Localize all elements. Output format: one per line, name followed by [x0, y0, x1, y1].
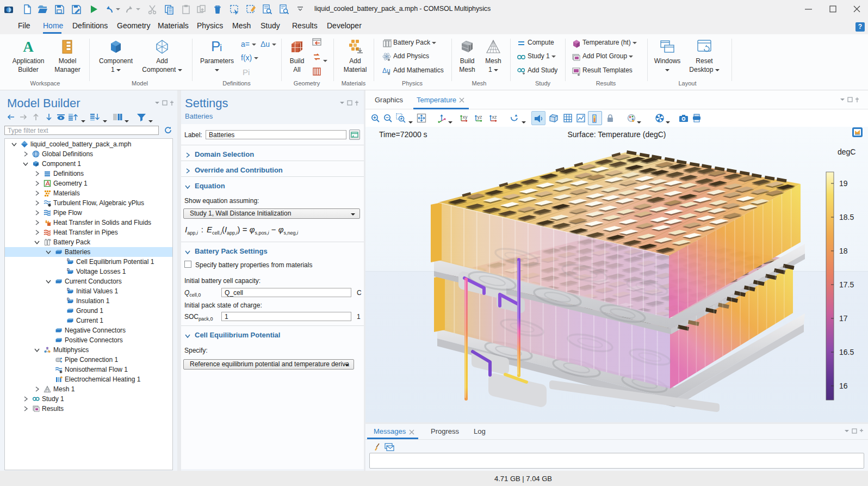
svg-text:D: D	[67, 297, 70, 301]
svg-text:xz: xz	[492, 114, 498, 120]
svg-text:D: D	[67, 287, 70, 291]
svg-text:D: D	[67, 268, 70, 272]
svg-text:18: 18	[839, 247, 848, 255]
svg-text:17: 17	[839, 314, 848, 323]
svg-text:A: A	[23, 39, 34, 55]
svg-text:P: P	[211, 39, 220, 54]
svg-text:19: 19	[839, 179, 848, 188]
svg-text:18.5: 18.5	[839, 213, 854, 222]
svg-text:degC: degC	[838, 147, 855, 156]
svg-text:xy: xy	[463, 114, 468, 120]
svg-text:i: i	[220, 42, 222, 53]
svg-text:16.5: 16.5	[839, 348, 854, 356]
svg-text:yz: yz	[478, 114, 483, 120]
svg-text:16: 16	[839, 382, 848, 390]
svg-text:D: D	[67, 258, 70, 262]
svg-text:17.5: 17.5	[839, 280, 854, 289]
